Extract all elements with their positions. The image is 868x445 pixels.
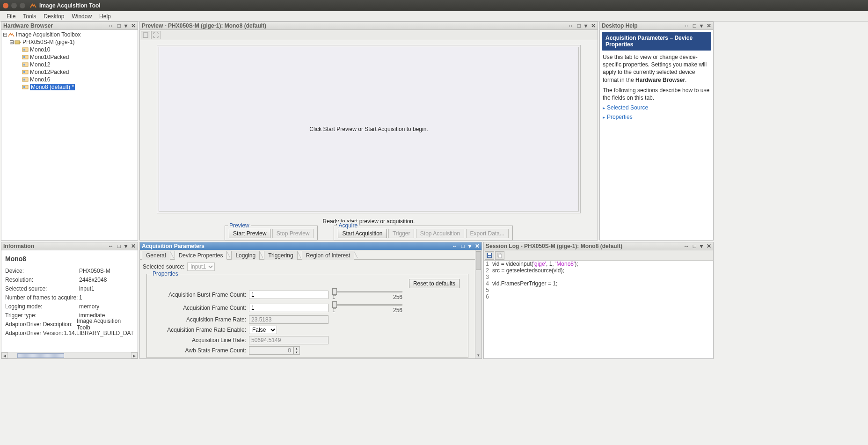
panel-menu-icon[interactable]: ▾ (584, 22, 587, 29)
window-close-button[interactable] (3, 3, 8, 8)
svg-rect-14 (143, 33, 148, 37)
window-minimize-button[interactable] (11, 3, 17, 8)
panel-maximize-icon[interactable]: □ (693, 243, 696, 249)
property-slider[interactable] (332, 302, 402, 307)
panel-undock-icon[interactable]: ↔ (452, 243, 458, 249)
scroll-down-icon[interactable]: ▾ (475, 353, 481, 358)
scroll-thumb[interactable] (17, 353, 64, 358)
format-icon (22, 54, 29, 60)
svg-rect-7 (23, 64, 25, 66)
panel-maximize-icon[interactable]: □ (577, 22, 581, 29)
help-paragraph-2: The following sections describe how to u… (603, 87, 710, 102)
panel-maximize-icon[interactable]: □ (693, 22, 696, 29)
menu-help[interactable]: Help (95, 12, 115, 21)
stop-acquisition-button[interactable]: Stop Acquisition (416, 229, 464, 238)
menu-window[interactable]: Window (68, 12, 95, 21)
panel-close-icon[interactable]: ✕ (131, 243, 136, 249)
copy-log-button[interactable] (495, 251, 504, 260)
panel-undock-icon[interactable]: ↔ (108, 243, 114, 249)
panel-close-icon[interactable]: ✕ (707, 243, 711, 249)
info-row: Number of frames to acquire:1 (5, 293, 134, 302)
desktop-help-title: Desktop Help ↔ □ ▾ ✕ (600, 22, 713, 30)
panel-menu-icon[interactable]: ▾ (700, 22, 703, 29)
line-number: 2 (484, 267, 490, 274)
tree-format[interactable]: Mono12 (2, 61, 137, 68)
acq-vscroll[interactable]: ▴ ▾ (475, 250, 481, 358)
window-titlebar: Image Acquisition Tool (0, 0, 868, 11)
tree-device[interactable]: ⊟ PHX050S-M (gige-1) (2, 38, 137, 46)
info-value: input1 (79, 285, 95, 292)
help-link-selected-source[interactable]: Selected Source (603, 104, 710, 111)
panel-undock-icon[interactable]: ↔ (684, 22, 689, 29)
panel-close-icon[interactable]: ✕ (591, 22, 596, 29)
session-log-code[interactable]: 1vid = videoinput('gige', 1, 'Mono8');2s… (484, 261, 713, 358)
selected-source-select[interactable]: input1 (187, 263, 215, 271)
tree-format[interactable]: Mono10Packed (2, 53, 137, 61)
tree-root[interactable]: ⊟ Image Acquisition Toolbox (2, 31, 137, 38)
info-value: 1.14.LIBRARY_BUILD_DAT (64, 330, 134, 336)
info-hscroll[interactable]: ◂ ▸ (1, 352, 138, 358)
panel-maximize-icon[interactable]: □ (117, 243, 121, 249)
info-key: Selected source: (5, 285, 79, 292)
svg-rect-12 (22, 85, 28, 89)
reset-defaults-button[interactable]: Reset to defaults (409, 279, 460, 288)
panel-menu-icon[interactable]: ▾ (700, 243, 703, 249)
help-link-properties[interactable]: Properties (603, 114, 710, 120)
property-slider[interactable] (332, 289, 402, 294)
property-label: Acquisition Frame Count: (151, 305, 249, 311)
information-panel: Information ↔ □ ▾ ✕ Mono8 Device:PHX050S… (1, 242, 138, 359)
menu-desktop[interactable]: Desktop (40, 12, 68, 21)
hardware-tree[interactable]: ⊟ Image Acquisition Toolbox ⊟ PHX050S-M … (1, 30, 138, 240)
trigger-button[interactable]: Trigger (388, 229, 415, 238)
code-line: 3 (484, 274, 713, 280)
panel-close-icon[interactable]: ✕ (131, 22, 136, 29)
export-data-button[interactable]: Export Data... (466, 229, 509, 238)
scroll-left-icon[interactable]: ◂ (1, 352, 8, 358)
panel-undock-icon[interactable]: ↔ (108, 22, 114, 29)
scroll-thumb[interactable] (476, 251, 481, 270)
start-acquisition-button[interactable]: Start Acquisition (338, 229, 387, 238)
tab-general[interactable]: General (142, 251, 170, 260)
stepper-buttons[interactable]: ▴▾ (293, 346, 300, 355)
panel-menu-icon[interactable]: ▾ (124, 243, 127, 249)
fullscreen-button[interactable] (151, 31, 160, 39)
line-number: 1 (484, 261, 490, 267)
panel-maximize-icon[interactable]: □ (117, 22, 121, 29)
panel-undock-icon[interactable]: ↔ (568, 22, 574, 29)
panel-maximize-icon[interactable]: □ (461, 243, 465, 249)
preview-canvas: Click Start Preview or Start Acquisition… (159, 47, 579, 212)
property-input[interactable] (249, 304, 328, 312)
panel-undock-icon[interactable]: ↔ (684, 243, 689, 249)
tab-triggering[interactable]: Triggering (264, 251, 298, 260)
tree-format[interactable]: Mono10 (2, 46, 137, 53)
preview-status: Ready to start preview or acquisition. (143, 218, 595, 225)
panel-menu-icon[interactable]: ▾ (124, 22, 127, 29)
property-input[interactable] (249, 346, 293, 355)
panel-menu-icon[interactable]: ▾ (468, 243, 471, 249)
property-input[interactable] (249, 291, 328, 299)
menu-tools[interactable]: Tools (19, 12, 40, 21)
selected-source-row: Selected source: input1 (143, 262, 472, 272)
panel-close-icon[interactable]: ✕ (707, 22, 711, 29)
save-log-button[interactable] (485, 251, 494, 260)
slider-max: 256 (393, 294, 402, 300)
scroll-right-icon[interactable]: ▸ (131, 352, 138, 358)
svg-rect-5 (23, 56, 25, 58)
tree-format[interactable]: Mono16 (2, 76, 137, 83)
svg-rect-19 (499, 254, 502, 258)
acq-tabs: General╲Device Properties╲Logging╲Trigge… (140, 250, 481, 260)
panel-close-icon[interactable]: ✕ (475, 243, 480, 249)
property-select[interactable]: False (249, 326, 277, 334)
tab-logging[interactable]: Logging (231, 251, 260, 260)
stop-preview-button[interactable]: Stop Preview (272, 229, 314, 238)
tree-format[interactable]: Mono12Packed (2, 68, 137, 76)
menu-file[interactable]: File (3, 12, 19, 21)
zoom-actual-button[interactable] (141, 31, 150, 39)
info-key: Trigger type: (5, 312, 79, 319)
tab-region-of-interest[interactable]: Region of Interest (302, 251, 355, 260)
property-label: Acquisition Burst Frame Count: (151, 292, 249, 298)
window-maximize-button[interactable] (20, 3, 25, 8)
tree-format[interactable]: Mono8 (default) * (2, 83, 137, 91)
start-preview-button[interactable]: Start Preview (229, 229, 270, 238)
tab-device-properties[interactable]: Device Properties (175, 251, 227, 260)
